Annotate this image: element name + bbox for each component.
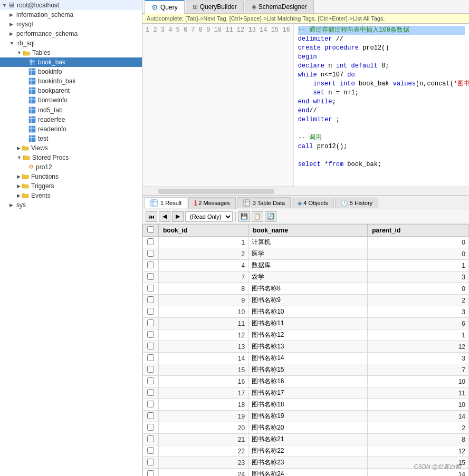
sidebar-item-views[interactable]: ▶Views: [0, 143, 142, 153]
cell-book-name: 图书名称8: [248, 283, 368, 295]
result-tab-messages[interactable]: ℹ2 Messages: [188, 197, 235, 209]
row-checkbox-12[interactable]: [143, 376, 159, 387]
row-checkbox-input[interactable]: [147, 389, 154, 396]
sidebar-item-root[interactable]: ▼🖥root@localhost: [0, 0, 142, 10]
next-record-button[interactable]: ▶: [172, 211, 184, 222]
row-checkbox-input[interactable]: [147, 435, 154, 442]
row-checkbox-input[interactable]: [147, 261, 154, 268]
sidebar-item-tables[interactable]: ▼Tables: [0, 48, 142, 57]
row-checkbox-5[interactable]: [143, 295, 159, 306]
row-checkbox-input[interactable]: [147, 285, 154, 292]
row-checkbox-input[interactable]: [147, 354, 154, 361]
expand-icon-views: ▶: [17, 145, 21, 151]
row-checkbox-19[interactable]: [143, 457, 159, 469]
row-checkbox-11[interactable]: [143, 364, 159, 376]
row-checkbox-input[interactable]: [147, 308, 154, 315]
row-checkbox-input[interactable]: [147, 447, 154, 454]
row-checkbox-4[interactable]: [143, 283, 159, 295]
sidebar-item-triggers[interactable]: ▶Triggers: [0, 181, 142, 191]
row-checkbox-input[interactable]: [147, 377, 154, 384]
result-tab-history[interactable]: 🕐5 History: [335, 198, 378, 208]
result-tab-tabledata[interactable]: 3 Table Data: [237, 197, 291, 208]
expand-icon-triggers: ▶: [17, 183, 21, 189]
sidebar-item-stored_procs[interactable]: ▼Stored Procs: [0, 153, 142, 162]
expand-icon-tables: ▼: [17, 50, 22, 55]
row-checkbox-input[interactable]: [147, 250, 154, 257]
sidebar-item-borrowinfo[interactable]: borrowinfo: [0, 95, 142, 105]
sidebar-item-bookinfo[interactable]: bookinfo: [0, 67, 142, 76]
result-tab-label-history: 5 History: [350, 200, 372, 206]
result-tab-objects[interactable]: ◈4 Objects: [292, 198, 333, 208]
row-checkbox-10[interactable]: [143, 353, 159, 364]
expand-icon-sys: ▶: [9, 202, 13, 208]
row-checkbox-15[interactable]: [143, 411, 159, 422]
data-table-wrap[interactable]: book_idbook_nameparent_id 1计算机02医学04数据库1…: [142, 224, 469, 476]
tab-schemadesigner[interactable]: ◈SchemaDesigner: [245, 1, 314, 13]
sidebar-item-md5_tab[interactable]: md5_tab: [0, 105, 142, 114]
row-checkbox-1[interactable]: [143, 248, 159, 260]
code-content[interactable]: -- 通过存储过程向表中插入100条数据delimiter //create p…: [294, 24, 469, 187]
first-record-button[interactable]: ⏮: [146, 211, 157, 222]
sidebar-item-bookparent[interactable]: bookparent: [0, 86, 142, 95]
row-checkbox-2[interactable]: [143, 260, 159, 271]
sidebar-item-readerinfo[interactable]: readerinfo: [0, 124, 142, 134]
row-checkbox-input[interactable]: [147, 273, 154, 280]
table-row: 22图书名称2212: [143, 445, 469, 457]
sidebar-item-book_bak[interactable]: book_bak: [0, 57, 142, 67]
copy-button[interactable]: 📋: [252, 211, 263, 222]
sidebar-item-pro12[interactable]: ⚙pro12: [0, 162, 142, 172]
result-tab-result[interactable]: 1 Result: [145, 197, 187, 208]
sidebar-label-bookinfo: bookinfo: [38, 68, 62, 75]
row-checkbox-9[interactable]: [143, 341, 159, 353]
row-checkbox-20[interactable]: [143, 469, 159, 477]
readonly-select[interactable]: (Read Only): [185, 211, 233, 222]
select-all-checkbox[interactable]: [147, 226, 154, 233]
row-checkbox-input[interactable]: [147, 459, 154, 465]
code-line-6: while n<=107 do: [298, 71, 465, 80]
row-checkbox-0[interactable]: [143, 237, 159, 248]
row-checkbox-input[interactable]: [147, 424, 154, 431]
sidebar-item-readerfee[interactable]: readerfee: [0, 115, 142, 124]
export-button[interactable]: 💾: [238, 211, 250, 222]
row-checkbox-13[interactable]: [143, 387, 159, 399]
tab-query[interactable]: ⚙Query: [145, 0, 185, 14]
row-checkbox-18[interactable]: [143, 445, 159, 457]
row-checkbox-7[interactable]: [143, 318, 159, 329]
prev-record-button[interactable]: ◀: [159, 211, 170, 222]
horizontal-scrollbar[interactable]: [158, 189, 274, 194]
cell-parent-id: 2: [368, 295, 469, 306]
refresh-button[interactable]: 🔄: [265, 211, 276, 222]
cell-book-name: 图书名称16: [248, 376, 368, 387]
col-header-parent_id: parent_id: [368, 225, 469, 237]
row-checkbox-input[interactable]: [147, 343, 154, 349]
row-checkbox-input[interactable]: [147, 238, 154, 245]
sidebar-item-mysql[interactable]: ▶mysql: [0, 20, 142, 29]
tab-querybuilder[interactable]: ⊞QueryBuilder: [186, 1, 244, 13]
sidebar-item-performance_schema[interactable]: ▶performance_schema: [0, 29, 142, 38]
sidebar-item-functions[interactable]: ▶Functions: [0, 172, 142, 181]
row-checkbox-input[interactable]: [147, 366, 154, 373]
row-checkbox-input[interactable]: [147, 412, 154, 419]
row-checkbox-input[interactable]: [147, 470, 154, 477]
row-checkbox-input[interactable]: [147, 296, 154, 303]
row-checkbox-17[interactable]: [143, 434, 159, 445]
row-checkbox-input[interactable]: [147, 319, 154, 326]
sidebar-item-sys[interactable]: ▶sys: [0, 200, 142, 210]
row-checkbox-3[interactable]: [143, 271, 159, 283]
code-line-3: create procedure pro12(): [298, 44, 465, 53]
expand-icon-stored_procs: ▼: [17, 155, 22, 160]
sidebar-item-bookinfo_bak[interactable]: bookinfo_bak: [0, 76, 142, 86]
code-line-9: end while;: [298, 98, 465, 106]
sidebar-item-events[interactable]: ▶Events: [0, 191, 142, 200]
svg-rect-27: [151, 200, 157, 206]
row-checkbox-14[interactable]: [143, 399, 159, 411]
row-checkbox-8[interactable]: [143, 329, 159, 341]
row-checkbox-input[interactable]: [147, 401, 154, 407]
sidebar-item-information_schema[interactable]: ▶information_schema: [0, 10, 142, 20]
sidebar-item-test[interactable]: test: [0, 134, 142, 143]
sidebar-item-rb_sql[interactable]: ▼rb_sql: [0, 38, 142, 48]
row-checkbox-6[interactable]: [143, 306, 159, 318]
row-checkbox-16[interactable]: [143, 422, 159, 434]
cell-parent-id: 1: [368, 329, 469, 341]
row-checkbox-input[interactable]: [147, 331, 154, 338]
